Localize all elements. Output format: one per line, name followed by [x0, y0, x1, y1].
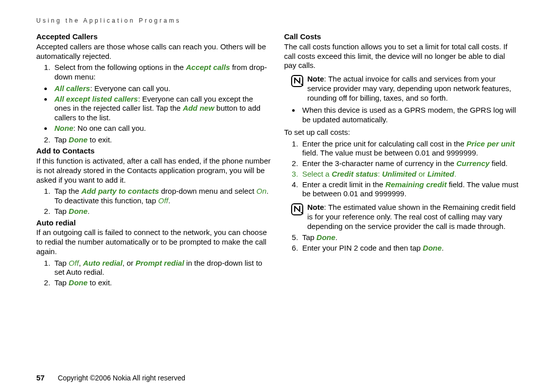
call-costs-steps: Enter the price unit for calculating cal… [284, 139, 519, 199]
accepted-steps-2: Tap Done to exit. [36, 135, 271, 145]
accepted-intro: Accepted callers are those whose calls c… [36, 42, 271, 61]
heading-call-costs: Call Costs [284, 32, 519, 42]
heading-auto-redial: Auto redial [36, 218, 271, 228]
auto-redial-step-1: Tap Off, Auto redial, or Prompt redial i… [52, 259, 271, 278]
cc-step-2: Enter the 3-character name of currency i… [300, 159, 519, 169]
accepted-steps: Select from the following options in the… [36, 63, 271, 82]
cc-step-3: Select a Credit status: Unlimited or Lim… [300, 170, 519, 179]
note-2-text: Note: The estimated value shown in the R… [307, 203, 519, 231]
cc-step-4: Enter a credit limit in the Remaining cr… [300, 180, 519, 199]
column-right: Call Costs The call costs function allow… [284, 31, 519, 368]
call-costs-bullet-1: When this device is used as a GPRS modem… [300, 106, 519, 125]
note-icon [291, 203, 303, 215]
heading-add-to-contacts: Add to Contacts [36, 146, 271, 156]
cc-step-6: Enter your PIN 2 code and then tap Done. [300, 244, 519, 253]
cc-step-1: Enter the price unit for calculating cal… [300, 139, 519, 159]
page-number: 57 [36, 373, 45, 382]
add-contacts-step-1: Tap the Add party to contacts drop-down … [52, 187, 271, 206]
auto-redial-intro: If an outgoing call is failed to connect… [36, 228, 271, 256]
add-contacts-intro: If this function is activated, after a c… [36, 156, 271, 185]
add-contacts-steps: Tap the Add party to contacts drop-down … [36, 187, 271, 216]
add-contacts-step-2: Tap Done. [52, 207, 271, 216]
auto-redial-steps: Tap Off, Auto redial, or Prompt redial i… [36, 259, 271, 288]
note-1: Note: The actual invoice for calls and s… [291, 74, 519, 103]
cc-step-5: Tap Done. [300, 233, 519, 243]
heading-accepted-callers: Accepted Callers [36, 32, 271, 42]
column-left: Accepted Callers Accepted callers are th… [36, 31, 271, 368]
option-all-callers: All callers: Everyone can call you. [52, 84, 271, 94]
accepted-step-2: Tap Done to exit. [52, 135, 271, 145]
note-1-text: Note: The actual invoice for calls and s… [307, 74, 519, 103]
accepted-step-1: Select from the following options in the… [52, 63, 271, 82]
note-2: Note: The estimated value shown in the R… [291, 203, 519, 231]
copyright: Copyright ©2006 Nokia All right reserved [58, 374, 185, 382]
footer: 57 Copyright ©2006 Nokia All right reser… [36, 373, 521, 382]
option-all-except: All except listed callers: Everyone can … [52, 95, 271, 123]
running-header: Using the Application Programs [36, 17, 521, 24]
note-icon [291, 75, 303, 87]
auto-redial-step-2: Tap Done to exit. [52, 278, 271, 288]
content-columns: Accepted Callers Accepted callers are th… [36, 31, 521, 368]
option-none: None: No one can call you. [52, 124, 271, 133]
accepted-options: All callers: Everyone can call you. All … [36, 84, 271, 133]
call-costs-intro: The call costs function allows you to se… [284, 42, 519, 70]
setup-intro: To set up call costs: [284, 128, 519, 137]
call-costs-steps-2: Tap Done. Enter your PIN 2 code and then… [284, 233, 519, 253]
page: Using the Application Programs Accepted … [0, 0, 544, 392]
call-costs-bullets: When this device is used as a GPRS modem… [284, 106, 519, 125]
